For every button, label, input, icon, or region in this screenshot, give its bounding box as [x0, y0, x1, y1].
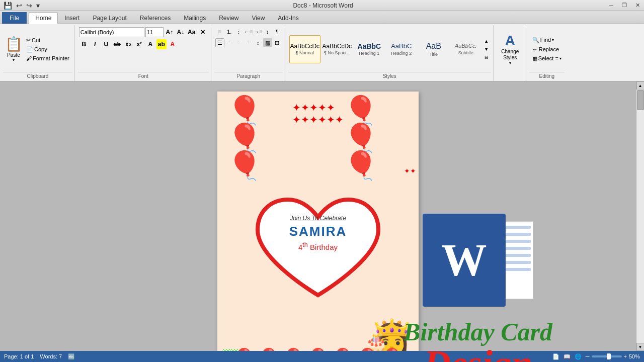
align-center-button[interactable]: ≡ — [225, 38, 234, 47]
save-icon[interactable]: 💾 — [2, 2, 14, 10]
tab-insert[interactable]: Insert — [58, 12, 86, 24]
minimize-button[interactable]: ─ — [605, 0, 618, 11]
paste-label: Paste — [7, 52, 20, 58]
tab-add-ins[interactable]: Add-Ins — [271, 12, 305, 24]
subscript-button[interactable]: x₂ — [123, 39, 133, 49]
list-row: ≡ 1. ⋮ ←≡ →≡ ↕ ¶ — [215, 27, 282, 36]
underline-button[interactable]: U — [101, 39, 111, 49]
style-subtitle[interactable]: AaBbCc. Subtitle — [450, 35, 481, 63]
multilevel-list-button[interactable]: ⋮ — [234, 27, 244, 36]
font-name-row: A↑ A↓ Aa ✕ — [79, 27, 208, 37]
show-hide-button[interactable]: ¶ — [273, 27, 282, 36]
change-styles-button[interactable]: A Change Styles ▾ — [498, 35, 523, 63]
replace-button[interactable]: ↔ Replace — [530, 45, 564, 53]
tab-review[interactable]: Review — [212, 12, 245, 24]
word-letter: W — [442, 234, 487, 286]
text-effects-button[interactable]: A — [145, 39, 155, 49]
tab-view[interactable]: View — [246, 12, 272, 24]
style-no-spacing[interactable]: AaBbCcDc ¶ No Spaci... — [321, 35, 353, 63]
window-controls: ─ ❐ ✕ — [605, 0, 644, 11]
restore-button[interactable]: ❐ — [618, 0, 631, 11]
tab-mailings[interactable]: Mailings — [177, 12, 212, 24]
font-shrink-button[interactable]: A↓ — [176, 27, 186, 37]
clear-formatting-button[interactable]: ✕ — [198, 27, 208, 37]
borders-button[interactable]: ⊞ — [273, 38, 282, 47]
close-button[interactable]: ✕ — [631, 0, 644, 11]
justify-button[interactable]: ≡ — [244, 38, 253, 47]
balloon-b3: 🎈 — [282, 347, 305, 351]
style-title[interactable]: AaB Title — [418, 35, 449, 63]
style-no-spacing-preview: AaBbCcDc — [322, 43, 352, 50]
decrease-indent-button[interactable]: ←≡ — [244, 27, 253, 36]
select-icon: ▦ — [532, 55, 537, 62]
copy-button[interactable]: 📄 Copy — [24, 45, 71, 54]
tab-file[interactable]: File — [2, 12, 27, 24]
bold-button[interactable]: B — [79, 39, 89, 49]
format-painter-label: Format Painter — [33, 55, 69, 61]
sort-button[interactable]: ↕ — [263, 27, 272, 36]
shading-button[interactable]: ▧ — [263, 38, 272, 47]
redo-icon[interactable]: ↪ — [25, 2, 34, 10]
tab-page-layout[interactable]: Page Layout — [86, 12, 133, 24]
numbering-button[interactable]: 1. — [225, 27, 234, 36]
copy-label: Copy — [34, 46, 47, 52]
style-subtitle-preview: AaBbCc. — [455, 43, 476, 49]
cut-label: Cut — [32, 37, 40, 43]
strikethrough-button[interactable]: ab — [112, 39, 122, 49]
style-title-label: Title — [429, 52, 438, 57]
paste-button[interactable]: 📋 Paste ▾ — [4, 35, 23, 63]
format-painter-button[interactable]: 🖌 Format Painter — [24, 54, 71, 62]
balloon-group-left: 🎈🎈🎈 — [227, 97, 292, 179]
birthday-card-text: Birthday Card — [404, 319, 552, 344]
line-spacing-button[interactable]: ↕ — [254, 38, 263, 47]
styles-up-arrow[interactable]: ▲ — [483, 38, 490, 45]
font-grow-button[interactable]: A↑ — [165, 27, 175, 37]
document-background[interactable]: 🎈🎈🎈 ✦✦✦✦✦✦✦✦✦✦✦ 🎈🎈🎈 Join Us To Celebrate… — [0, 81, 636, 351]
font-color-button[interactable]: A — [168, 39, 178, 49]
italic-button[interactable]: I — [90, 39, 100, 49]
change-styles-icon: A — [505, 33, 515, 49]
superscript-button[interactable]: x² — [134, 39, 144, 49]
change-styles-group: A Change Styles ▾ - — [495, 25, 526, 81]
font-name-input[interactable] — [79, 27, 144, 37]
paste-icon: 📋 — [5, 36, 23, 52]
styles-down-arrow[interactable]: ▼ — [483, 46, 490, 53]
editing-buttons: 🔍 Find ▾ ↔ Replace ▦ Select = ▾ — [530, 36, 564, 63]
find-icon: 🔍 — [532, 37, 539, 43]
styles-group: AaBbCcDc ¶ Normal AaBbCcDc ¶ No Spaci...… — [286, 25, 494, 81]
scroll-down-button[interactable]: ▼ — [636, 343, 645, 351]
select-arrow: ▾ — [559, 56, 561, 61]
editing-content: 🔍 Find ▾ ↔ Replace ▦ Select = ▾ — [529, 26, 565, 72]
align-right-button[interactable]: ≡ — [234, 38, 244, 47]
styles-expand: ▲ ▼ ⊟ — [483, 38, 490, 61]
undo-icon[interactable]: ↩ — [15, 2, 24, 10]
increase-indent-button[interactable]: →≡ — [254, 27, 263, 36]
style-heading2[interactable]: AaBbC Heading 2 — [386, 35, 417, 63]
bullets-button[interactable]: ≡ — [215, 27, 224, 36]
text-highlight-button[interactable]: ab — [156, 39, 167, 49]
find-label: Find — [540, 37, 551, 43]
replace-label: Replace — [539, 46, 559, 52]
font-size-input[interactable] — [145, 27, 164, 37]
find-arrow: ▾ — [552, 38, 554, 42]
format-painter-icon: 🖌 — [26, 55, 32, 61]
styles-more[interactable]: ⊟ — [483, 54, 490, 61]
find-button[interactable]: 🔍 Find ▾ — [530, 36, 564, 44]
style-no-spacing-label: ¶ No Spaci... — [324, 50, 350, 55]
customize-icon[interactable]: ▾ — [35, 2, 41, 10]
scroll-up-button[interactable]: ▲ — [636, 81, 645, 89]
cut-button[interactable]: ✂ Cut — [24, 36, 71, 45]
select-button[interactable]: ▦ Select = ▾ — [530, 54, 564, 63]
style-heading1[interactable]: AaBbC Heading 1 — [354, 35, 385, 63]
tab-home[interactable]: Home — [29, 12, 58, 24]
style-normal[interactable]: AaBbCcDc ¶ Normal — [289, 35, 320, 63]
change-styles-label: Change Styles — [498, 49, 522, 61]
style-heading2-label: Heading 2 — [391, 51, 412, 56]
main-area: 🎈🎈🎈 ✦✦✦✦✦✦✦✦✦✦✦ 🎈🎈🎈 Join Us To Celebrate… — [0, 81, 644, 351]
change-case-button[interactable]: Aa — [187, 27, 197, 37]
design-text: Design — [424, 344, 533, 351]
tab-references[interactable]: References — [133, 12, 177, 24]
scroll-thumb[interactable] — [637, 90, 644, 110]
clipboard-group: 📋 Paste ▾ ✂ Cut 📄 Copy 🖌 Format Painter — [1, 25, 75, 81]
align-left-button[interactable]: ☰ — [215, 38, 224, 47]
